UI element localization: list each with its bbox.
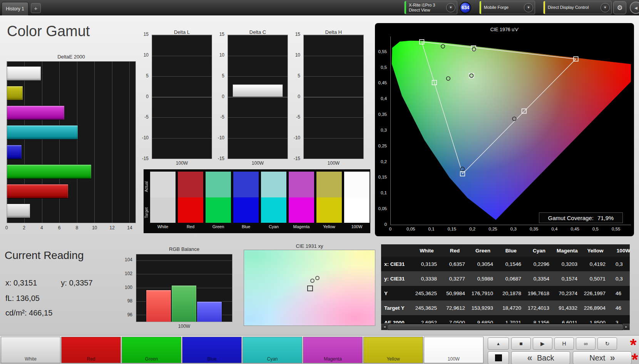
- loop-button[interactable]: ∞: [576, 337, 596, 350]
- table-row: y: CIE310,33380,32770,59880,06870,33540,…: [381, 271, 630, 286]
- strip-swatch-label: Red: [178, 224, 203, 229]
- delta-l-title: Delta L: [152, 29, 212, 35]
- table-cell: 0,4192: [581, 261, 609, 267]
- delta-l-y-tick: -15: [137, 156, 149, 161]
- page-up-button[interactable]: ▲: [488, 337, 509, 350]
- delta-c-xlabel: 100W: [227, 160, 288, 166]
- gamut-coverage-value: 71,9%: [597, 215, 614, 221]
- rgb-xlabel: 100W: [136, 324, 233, 329]
- pattern-swatch-blue[interactable]: Blue: [182, 337, 242, 363]
- table-scrollbar[interactable]: ◄ ►: [381, 323, 630, 330]
- meter-accent: [405, 1, 406, 14]
- strip-swatch-label: Blue: [233, 224, 259, 229]
- pattern-swatch-100w[interactable]: 100W: [424, 337, 483, 363]
- pattern-swatch-white[interactable]: White: [1, 337, 60, 363]
- deltae-bar-row: [7, 184, 135, 199]
- delta-l-gridline: [152, 35, 212, 35]
- pattern-source-dropdown[interactable]: Mobile Forge ▼: [479, 1, 535, 14]
- scroll-left-icon[interactable]: ◄: [381, 324, 388, 330]
- table-cell: 7,0500: [441, 320, 469, 324]
- delta-c-gridline: [228, 97, 288, 97]
- current-reading-x: x: 0,3151: [5, 279, 37, 287]
- scroll-right-icon[interactable]: ►: [623, 324, 630, 330]
- pattern-swatch-label: Blue: [182, 356, 241, 362]
- meter-dropdown[interactable]: X-Rite i1Pro 3 Direct View ▼: [404, 1, 457, 14]
- table-row: Y245,362550,9984176,791020,1878196,76187…: [381, 286, 630, 301]
- cie-1976-panel: CIE 1976 u'v' 00,050,10,150,20,250,30,35…: [375, 23, 634, 236]
- table-cell: 172,4013: [525, 305, 553, 311]
- pattern-swatch-label: Yellow: [364, 356, 423, 362]
- scrollbar-thumb[interactable]: [388, 324, 622, 329]
- refresh-button[interactable]: ↻: [597, 337, 617, 350]
- table-cell: 0,3: [609, 276, 630, 282]
- deltae-chart-title: DeltaE 2000: [7, 54, 136, 60]
- cie-y-tick: 0: [375, 222, 387, 227]
- tab-history[interactable]: History 1: [2, 2, 28, 15]
- delta-c-gridline: [228, 138, 288, 139]
- delta-c-y-tick: -5: [213, 114, 224, 120]
- measurement-count-badge[interactable]: 634: [460, 2, 471, 13]
- delta-h-gridline: [304, 97, 363, 97]
- delta-c-y-tick: 15: [213, 32, 224, 37]
- cie-1976-diagram: [390, 37, 631, 225]
- add-tab-button[interactable]: +: [31, 3, 41, 13]
- marker-button[interactable]: H: [554, 337, 574, 350]
- pattern-window-button[interactable]: [488, 351, 509, 364]
- cie-ylabels: 00,050,10,150,20,250,30,350,40,450,50,55: [375, 37, 389, 225]
- table-cell: 0,3203: [553, 261, 581, 267]
- pattern-swatch-label: Red: [62, 356, 120, 362]
- table-cell: 1,8500: [581, 320, 609, 324]
- collapse-panel-button[interactable]: ◀: [630, 2, 639, 14]
- deltae-bar-100w: [7, 66, 41, 81]
- cie-y-tick: 0,05: [375, 206, 387, 211]
- delta-h-gridline: [304, 117, 363, 118]
- table-cell: 91,4332: [553, 305, 581, 311]
- chevron-down-icon[interactable]: ▼: [601, 3, 610, 12]
- actual-swatch: [344, 172, 370, 197]
- table-cell: 226,1997: [581, 291, 609, 296]
- delta-h-gridline: [304, 56, 363, 56]
- chevron-left-icon: ◀: [634, 6, 637, 10]
- rgb-balance-title: RGB Balance: [136, 246, 233, 252]
- pattern-swatch-red[interactable]: Red: [61, 337, 121, 363]
- next-button[interactable]: Next »: [573, 351, 632, 364]
- deltae-bar-row: [7, 86, 135, 100]
- cie-y-tick: 0,55: [375, 49, 387, 54]
- cie-y-tick: 0,45: [375, 80, 387, 85]
- strip-swatch-label: Yellow: [316, 224, 342, 229]
- chevron-down-icon[interactable]: ▼: [524, 3, 533, 12]
- chevron-glyph: ▼: [527, 6, 530, 9]
- strip-swatch-cyan: Cyan: [261, 172, 286, 223]
- table-cell: 0,3054: [469, 261, 497, 267]
- delta-h-y-tick: -15: [289, 156, 300, 161]
- results-table-clip: WhiteRedGreenBlueCyanMagentaYellow100W x…: [381, 244, 630, 323]
- gamut-coverage-label: Gamut Coverage:: [548, 215, 594, 221]
- display-control-dropdown[interactable]: Direct Display Control ▼: [543, 1, 612, 14]
- pattern-swatch-cyan[interactable]: Cyan: [243, 337, 302, 363]
- pattern-swatch-green[interactable]: Green: [122, 337, 181, 363]
- stop-button[interactable]: ■: [511, 337, 531, 350]
- delta-c-bar: [233, 84, 283, 97]
- table-cell: 70,2374: [553, 291, 581, 296]
- play-button[interactable]: ▶: [533, 337, 552, 350]
- cie-1976-title: CIE 1976 u'v': [375, 27, 634, 32]
- chevron-down-icon[interactable]: ▼: [446, 3, 455, 12]
- table-cell: 18,4720: [497, 305, 525, 311]
- table-cell: 245,3625: [413, 305, 441, 311]
- table-col-Magenta: Magenta: [553, 248, 581, 254]
- settings-button[interactable]: ⚙: [613, 1, 626, 14]
- pattern-swatch-magenta[interactable]: Magenta: [303, 337, 363, 363]
- cie-x-tick: 0,1: [428, 227, 435, 231]
- back-button[interactable]: « Back: [511, 351, 570, 364]
- delta-h-title: Delta H: [303, 29, 364, 35]
- pattern-swatch-yellow[interactable]: Yellow: [363, 337, 423, 363]
- target-swatch: [344, 197, 370, 223]
- cie31-circle-marker: [310, 279, 314, 283]
- table-cell: 176,7910: [469, 291, 497, 296]
- deltae-x-tick: 8: [76, 225, 79, 230]
- deltae-bar-magenta: [7, 105, 65, 120]
- deltae-bar-row: [7, 204, 135, 218]
- current-reading-fl: fL: 136,05: [5, 294, 40, 303]
- rgb-bar-green: [171, 285, 197, 322]
- cie-y-tick: 0,4: [375, 96, 387, 101]
